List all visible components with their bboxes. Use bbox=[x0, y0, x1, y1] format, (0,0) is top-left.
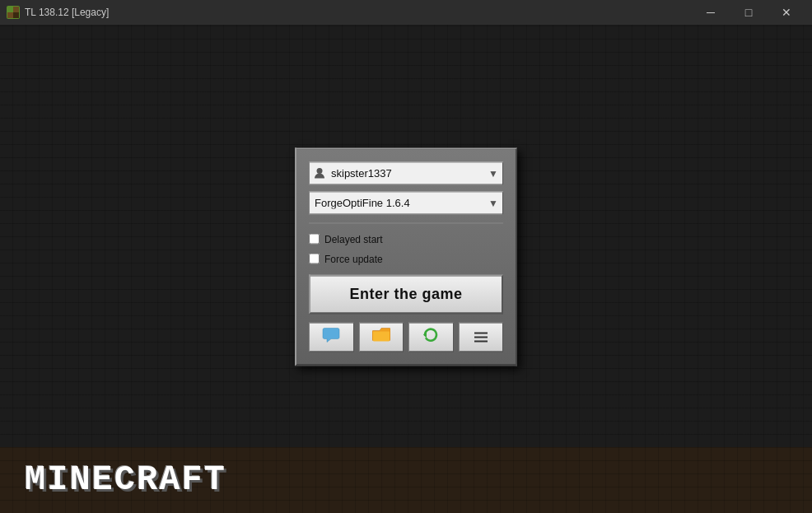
icon-buttons-row bbox=[309, 322, 503, 352]
force-update-label[interactable]: Force update bbox=[324, 253, 383, 264]
window-controls: ─ □ ✕ bbox=[692, 0, 805, 25]
enter-game-button[interactable]: Enter the game bbox=[309, 274, 503, 314]
maximize-button[interactable]: □ bbox=[730, 0, 768, 25]
delayed-start-label[interactable]: Delayed start bbox=[324, 233, 383, 245]
menu-bar-2 bbox=[474, 336, 488, 338]
folder-icon bbox=[372, 327, 390, 347]
minecraft-logo: MINECRAFT bbox=[25, 460, 226, 500]
close-button[interactable]: ✕ bbox=[768, 0, 805, 25]
folder-button[interactable] bbox=[359, 322, 404, 352]
refresh-button[interactable] bbox=[408, 322, 454, 352]
account-dropdown-container: skipster1337 ▼ bbox=[309, 161, 503, 184]
version-dropdown-container: ForgeOptiFine 1.6.4 ▼ bbox=[309, 191, 503, 214]
menu-button[interactable] bbox=[459, 322, 504, 352]
hamburger-icon bbox=[474, 332, 488, 342]
app-icon bbox=[7, 6, 20, 19]
bottom-bar: MINECRAFT bbox=[0, 447, 812, 513]
delayed-start-checkbox[interactable] bbox=[309, 234, 320, 245]
svg-rect-2 bbox=[7, 12, 13, 18]
svg-rect-1 bbox=[13, 7, 19, 12]
titlebar: TL 138.12 [Legacy] ─ □ ✕ bbox=[0, 0, 812, 25]
svg-rect-3 bbox=[13, 12, 19, 18]
window-title: TL 138.12 [Legacy] bbox=[25, 7, 692, 18]
version-select[interactable]: ForgeOptiFine 1.6.4 bbox=[309, 191, 503, 214]
minimize-button[interactable]: ─ bbox=[692, 0, 730, 25]
force-update-row: Force update bbox=[309, 253, 503, 264]
separator bbox=[309, 222, 503, 223]
menu-bar-3 bbox=[474, 340, 488, 342]
svg-rect-0 bbox=[7, 7, 13, 12]
delayed-start-row: Delayed start bbox=[309, 233, 503, 245]
chat-button[interactable] bbox=[309, 322, 354, 352]
chat-icon bbox=[322, 326, 340, 348]
menu-bar-1 bbox=[474, 332, 488, 333]
launcher-dialog: skipster1337 ▼ ForgeOptiFine 1.6.4 ▼ Del… bbox=[295, 147, 517, 366]
refresh-icon bbox=[422, 326, 440, 348]
account-select[interactable]: skipster1337 bbox=[309, 161, 503, 184]
dialog-content: skipster1337 ▼ ForgeOptiFine 1.6.4 ▼ Del… bbox=[309, 161, 503, 352]
force-update-checkbox[interactable] bbox=[309, 254, 320, 264]
